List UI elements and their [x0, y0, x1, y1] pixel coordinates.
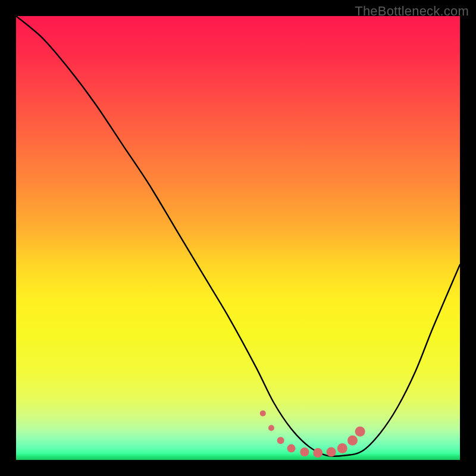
highlight-markers [260, 411, 365, 458]
marker-dot [277, 437, 284, 444]
chart-frame: TheBottleneck.com [0, 0, 476, 476]
marker-dot [268, 425, 274, 431]
marker-dot [327, 447, 336, 457]
plot-area [16, 16, 460, 460]
marker-dot [300, 447, 309, 456]
marker-dot [260, 411, 266, 416]
watermark-text: TheBottleneck.com [355, 4, 469, 19]
marker-dot [313, 448, 322, 458]
marker-dot [337, 443, 347, 453]
curve-path [16, 16, 460, 456]
marker-dot [347, 436, 358, 446]
chart-svg [16, 16, 460, 460]
marker-dot [287, 444, 296, 453]
marker-dot [355, 427, 365, 437]
